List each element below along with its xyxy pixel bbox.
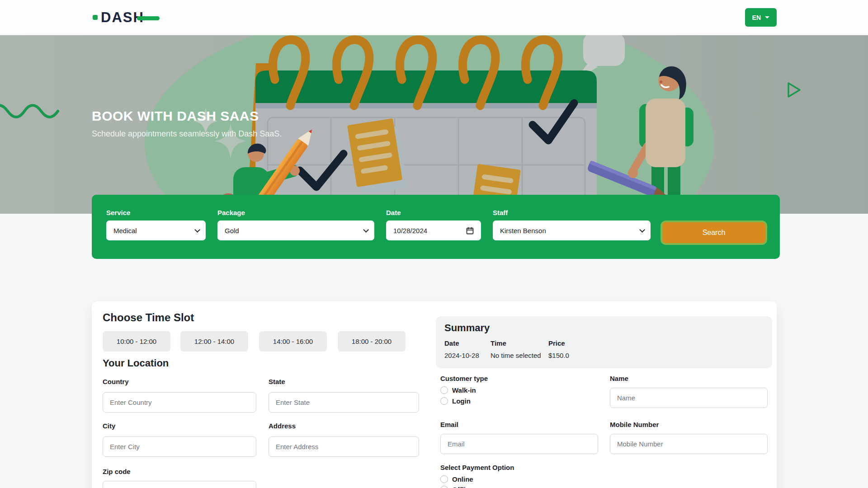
country-input[interactable]	[103, 392, 256, 413]
hero-banner: BOOK WITH DASH SAAS Schedule appointment…	[0, 35, 868, 214]
booking-form-card: Choose Time Slot 10:00 - 12:00 12:00 - 1…	[92, 301, 777, 488]
offline-label: Offline	[452, 486, 474, 488]
service-label: Service	[106, 209, 206, 216]
summary-col-price: Price	[548, 339, 565, 347]
email-label: Email	[440, 421, 458, 428]
address-label: Address	[269, 422, 296, 430]
login-radio[interactable]	[440, 397, 448, 405]
time-slot-heading: Choose Time Slot	[103, 311, 194, 324]
package-select[interactable]: Gold	[217, 221, 374, 240]
name-label: Name	[610, 375, 628, 382]
package-value: Gold	[225, 227, 363, 235]
zip-input[interactable]	[103, 481, 256, 488]
online-radio[interactable]	[440, 475, 448, 483]
payment-option-label: Select Payment Option	[440, 464, 514, 471]
booking-search-panel: Service Medical Package Gold Date 10/28/…	[92, 195, 780, 259]
staff-select[interactable]: Kirsten Benson	[493, 221, 651, 240]
summary-col-date: Date	[444, 339, 459, 347]
name-input[interactable]	[610, 388, 768, 408]
customer-type-option: Walk-in	[440, 386, 476, 394]
location-heading: Your Location	[103, 357, 169, 369]
state-label: State	[269, 378, 285, 385]
top-navbar: DASH EN	[0, 0, 868, 35]
time-slot-button[interactable]: 12:00 - 14:00	[180, 331, 248, 352]
chevron-down-icon	[363, 227, 369, 233]
offline-radio[interactable]	[440, 486, 448, 488]
date-value: 10/28/2024	[393, 227, 466, 235]
email-input[interactable]	[440, 434, 598, 454]
service-field: Service Medical	[106, 209, 206, 240]
logo-dot-icon	[93, 15, 98, 20]
service-select[interactable]: Medical	[106, 221, 206, 240]
summary-heading: Summary	[444, 322, 490, 334]
staff-label: Staff	[493, 209, 651, 216]
mobile-label: Mobile Number	[610, 421, 659, 428]
payment-option: Offline	[440, 486, 474, 488]
walkin-radio[interactable]	[440, 386, 448, 394]
summary-box: Summary Date Time Price 2024-10-28 No ti…	[436, 316, 772, 368]
time-slot-button[interactable]: 10:00 - 12:00	[103, 331, 170, 352]
city-input[interactable]	[103, 436, 256, 457]
summary-col-time: Time	[491, 339, 506, 347]
hero-title: BOOK WITH DASH SAAS	[92, 108, 282, 124]
chevron-down-icon	[194, 227, 200, 233]
date-field: Date 10/28/2024	[386, 209, 481, 240]
caret-down-icon	[765, 16, 769, 19]
dash-logo[interactable]: DASH	[93, 9, 160, 26]
staff-value: Kirsten Benson	[500, 227, 639, 235]
payment-option: Online	[440, 475, 473, 483]
hero-subtitle: Schedule appointments seamlessly with Da…	[92, 129, 282, 139]
walkin-label: Walk-in	[452, 386, 476, 394]
search-button[interactable]: Search	[662, 222, 765, 243]
customer-type-option: Login	[440, 397, 471, 405]
login-label: Login	[452, 397, 471, 405]
package-label: Package	[217, 209, 374, 216]
service-value: Medical	[113, 227, 194, 235]
mobile-input[interactable]	[610, 434, 768, 454]
state-input[interactable]	[269, 392, 419, 413]
logo-dash-icon	[137, 16, 160, 20]
summary-price-value: $150.0	[548, 352, 569, 359]
calendar-icon[interactable]	[466, 227, 474, 235]
staff-field: Staff Kirsten Benson	[493, 209, 651, 240]
package-field: Package Gold	[217, 209, 374, 240]
city-label: City	[103, 422, 115, 430]
language-dropdown-button[interactable]: EN	[745, 8, 777, 27]
country-label: Country	[103, 378, 129, 385]
summary-date-value: 2024-10-28	[444, 352, 479, 359]
online-label: Online	[452, 475, 473, 483]
customer-type-label: Customer type	[440, 375, 488, 382]
chevron-down-icon	[639, 227, 645, 233]
zip-label: Zip code	[103, 468, 131, 475]
time-slot-button[interactable]: 18:00 - 20:00	[338, 331, 406, 352]
address-input[interactable]	[269, 436, 419, 457]
time-slot-button[interactable]: 14:00 - 16:00	[259, 331, 327, 352]
date-label: Date	[386, 209, 481, 216]
date-input[interactable]: 10/28/2024	[386, 221, 481, 240]
summary-time-value: No time selected	[491, 352, 541, 359]
language-label: EN	[752, 14, 761, 21]
